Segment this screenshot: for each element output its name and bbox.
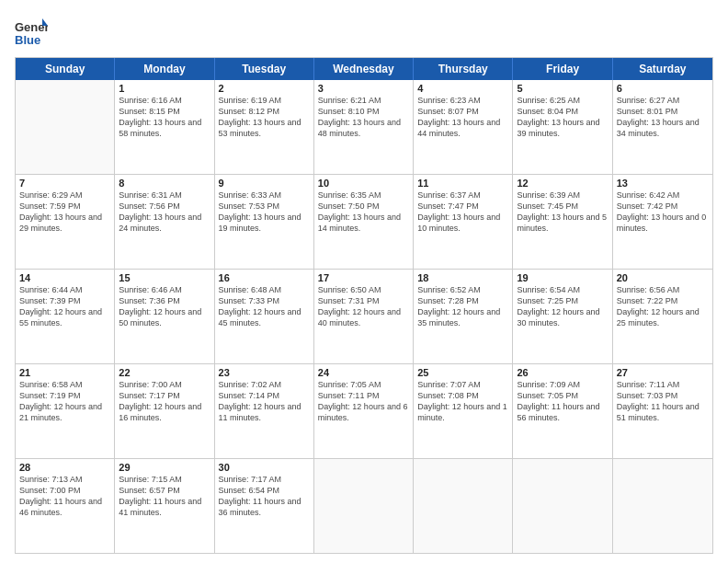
daylight-text: Daylight: 12 hours and 40 minutes. bbox=[318, 306, 409, 328]
sunset-text: Sunset: 7:11 PM bbox=[318, 390, 409, 401]
empty-cell bbox=[613, 459, 712, 553]
sunrise-text: Sunrise: 6:29 AM bbox=[19, 190, 110, 201]
daylight-text: Daylight: 12 hours and 1 minute. bbox=[417, 401, 508, 423]
day-number: 17 bbox=[318, 272, 409, 283]
sunrise-text: Sunrise: 7:05 AM bbox=[318, 379, 409, 390]
day-cell-7: 7Sunrise: 6:29 AMSunset: 7:59 PMDaylight… bbox=[16, 175, 115, 269]
daylight-text: Daylight: 12 hours and 30 minutes. bbox=[517, 306, 608, 328]
day-number: 18 bbox=[417, 272, 508, 283]
sunset-text: Sunset: 7:39 PM bbox=[19, 295, 110, 306]
daylight-text: Daylight: 12 hours and 35 minutes. bbox=[417, 306, 508, 328]
day-cell-18: 18Sunrise: 6:52 AMSunset: 7:28 PMDayligh… bbox=[414, 270, 513, 363]
logo: General Blue bbox=[15, 17, 51, 50]
header-day-wednesday: Wednesday bbox=[314, 58, 414, 80]
daylight-text: Daylight: 13 hours and 39 minutes. bbox=[517, 117, 608, 139]
sunrise-text: Sunrise: 6:16 AM bbox=[119, 95, 210, 106]
day-number: 19 bbox=[517, 272, 608, 283]
daylight-text: Daylight: 12 hours and 11 minutes. bbox=[219, 401, 310, 423]
daylight-text: Daylight: 11 hours and 46 minutes. bbox=[19, 496, 110, 518]
sunset-text: Sunset: 7:53 PM bbox=[219, 201, 310, 212]
calendar-header: SundayMondayTuesdayWednesdayThursdayFrid… bbox=[16, 58, 712, 80]
day-cell-13: 13Sunrise: 6:42 AMSunset: 7:42 PMDayligh… bbox=[613, 175, 712, 269]
empty-cell bbox=[513, 459, 612, 553]
day-number: 25 bbox=[417, 367, 508, 378]
daylight-text: Daylight: 13 hours and 14 minutes. bbox=[318, 212, 409, 234]
daylight-text: Daylight: 13 hours and 34 minutes. bbox=[617, 117, 709, 139]
day-cell-23: 23Sunrise: 7:02 AMSunset: 7:14 PMDayligh… bbox=[215, 364, 314, 458]
sunset-text: Sunset: 8:12 PM bbox=[219, 106, 310, 117]
day-cell-16: 16Sunrise: 6:48 AMSunset: 7:33 PMDayligh… bbox=[215, 270, 314, 363]
day-cell-22: 22Sunrise: 7:00 AMSunset: 7:17 PMDayligh… bbox=[115, 364, 214, 458]
sunset-text: Sunset: 7:19 PM bbox=[19, 390, 110, 401]
day-cell-24: 24Sunrise: 7:05 AMSunset: 7:11 PMDayligh… bbox=[314, 364, 414, 458]
sunset-text: Sunset: 8:01 PM bbox=[617, 106, 709, 117]
sunrise-text: Sunrise: 6:58 AM bbox=[19, 379, 110, 390]
day-number: 1 bbox=[119, 83, 210, 94]
sunrise-text: Sunrise: 7:15 AM bbox=[119, 474, 210, 485]
header-day-sunday: Sunday bbox=[16, 58, 115, 80]
header: General Blue bbox=[15, 13, 713, 50]
day-number: 26 bbox=[517, 367, 608, 378]
day-number: 11 bbox=[417, 178, 508, 189]
day-number: 21 bbox=[19, 367, 110, 378]
sunset-text: Sunset: 7:47 PM bbox=[417, 201, 508, 212]
week-row-0: 1Sunrise: 6:16 AMSunset: 8:15 PMDaylight… bbox=[16, 80, 712, 175]
day-cell-25: 25Sunrise: 7:07 AMSunset: 7:08 PMDayligh… bbox=[414, 364, 513, 458]
sunrise-text: Sunrise: 6:33 AM bbox=[219, 190, 310, 201]
day-number: 15 bbox=[119, 272, 210, 283]
day-number: 5 bbox=[517, 83, 608, 94]
day-number: 6 bbox=[617, 83, 709, 94]
day-cell-2: 2Sunrise: 6:19 AMSunset: 8:12 PMDaylight… bbox=[215, 80, 314, 174]
day-number: 27 bbox=[617, 367, 709, 378]
day-cell-30: 30Sunrise: 7:17 AMSunset: 6:54 PMDayligh… bbox=[215, 459, 314, 553]
day-number: 4 bbox=[417, 83, 508, 94]
daylight-text: Daylight: 13 hours and 5 minutes. bbox=[517, 212, 608, 234]
sunset-text: Sunset: 7:59 PM bbox=[19, 201, 110, 212]
daylight-text: Daylight: 13 hours and 10 minutes. bbox=[417, 212, 508, 234]
day-cell-12: 12Sunrise: 6:39 AMSunset: 7:45 PMDayligh… bbox=[513, 175, 612, 269]
day-number: 3 bbox=[318, 83, 409, 94]
day-number: 16 bbox=[219, 272, 310, 283]
daylight-text: Daylight: 13 hours and 29 minutes. bbox=[19, 212, 110, 234]
daylight-text: Daylight: 12 hours and 16 minutes. bbox=[119, 401, 210, 423]
sunset-text: Sunset: 8:04 PM bbox=[517, 106, 608, 117]
sunset-text: Sunset: 6:54 PM bbox=[219, 485, 310, 496]
sunset-text: Sunset: 7:56 PM bbox=[119, 201, 210, 212]
page: General Blue SundayMondayTuesdayWednesda… bbox=[0, 0, 728, 563]
day-cell-20: 20Sunrise: 6:56 AMSunset: 7:22 PMDayligh… bbox=[613, 270, 712, 363]
day-cell-26: 26Sunrise: 7:09 AMSunset: 7:05 PMDayligh… bbox=[513, 364, 612, 458]
daylight-text: Daylight: 11 hours and 56 minutes. bbox=[517, 401, 608, 423]
sunset-text: Sunset: 8:10 PM bbox=[318, 106, 409, 117]
day-number: 28 bbox=[19, 462, 110, 473]
sunset-text: Sunset: 7:28 PM bbox=[417, 295, 508, 306]
sunset-text: Sunset: 6:57 PM bbox=[119, 485, 210, 496]
day-number: 20 bbox=[617, 272, 709, 283]
day-cell-4: 4Sunrise: 6:23 AMSunset: 8:07 PMDaylight… bbox=[414, 80, 513, 174]
sunrise-text: Sunrise: 7:13 AM bbox=[19, 474, 110, 485]
empty-cell bbox=[414, 459, 513, 553]
day-cell-1: 1Sunrise: 6:16 AMSunset: 8:15 PMDaylight… bbox=[115, 80, 214, 174]
sunset-text: Sunset: 7:22 PM bbox=[617, 295, 709, 306]
day-cell-19: 19Sunrise: 6:54 AMSunset: 7:25 PMDayligh… bbox=[513, 270, 612, 363]
day-cell-6: 6Sunrise: 6:27 AMSunset: 8:01 PMDaylight… bbox=[613, 80, 712, 174]
svg-text:Blue: Blue bbox=[15, 33, 40, 47]
daylight-text: Daylight: 13 hours and 44 minutes. bbox=[417, 117, 508, 139]
sunrise-text: Sunrise: 6:37 AM bbox=[417, 190, 508, 201]
day-number: 22 bbox=[119, 367, 210, 378]
day-cell-3: 3Sunrise: 6:21 AMSunset: 8:10 PMDaylight… bbox=[314, 80, 414, 174]
day-cell-21: 21Sunrise: 6:58 AMSunset: 7:19 PMDayligh… bbox=[16, 364, 115, 458]
daylight-text: Daylight: 12 hours and 55 minutes. bbox=[19, 306, 110, 328]
header-day-friday: Friday bbox=[513, 58, 612, 80]
sunrise-text: Sunrise: 6:21 AM bbox=[318, 95, 409, 106]
header-day-thursday: Thursday bbox=[414, 58, 513, 80]
day-number: 8 bbox=[119, 178, 210, 189]
day-number: 30 bbox=[219, 462, 310, 473]
sunset-text: Sunset: 7:05 PM bbox=[517, 390, 608, 401]
daylight-text: Daylight: 11 hours and 41 minutes. bbox=[119, 496, 210, 518]
sunrise-text: Sunrise: 6:25 AM bbox=[517, 95, 608, 106]
day-cell-27: 27Sunrise: 7:11 AMSunset: 7:03 PMDayligh… bbox=[613, 364, 712, 458]
sunset-text: Sunset: 7:25 PM bbox=[517, 295, 608, 306]
daylight-text: Daylight: 13 hours and 53 minutes. bbox=[219, 117, 310, 139]
day-cell-14: 14Sunrise: 6:44 AMSunset: 7:39 PMDayligh… bbox=[16, 270, 115, 363]
sunset-text: Sunset: 7:42 PM bbox=[617, 201, 709, 212]
